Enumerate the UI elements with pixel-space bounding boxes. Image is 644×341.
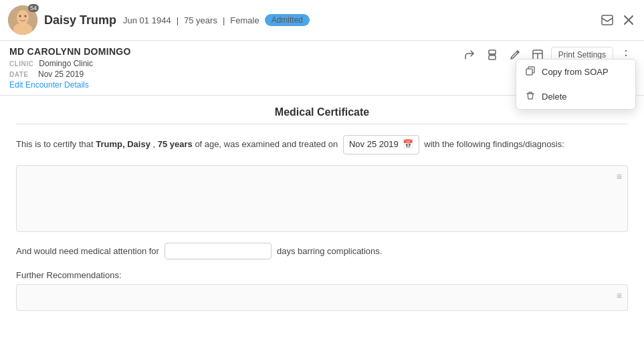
attention-prefix: And would need medical attention for xyxy=(16,246,159,256)
separator-2: | xyxy=(223,15,225,25)
certify-text: This is to certify that xyxy=(16,139,94,149)
certify-mid: of age, was examined and treated on xyxy=(195,139,340,149)
dropdown-menu: Copy from SOAP Delete xyxy=(516,59,636,110)
cert-date-input-group: Nov 25 2019 📅 xyxy=(343,135,419,154)
cert-intro: This is to certify that Trump, Daisy , 7… xyxy=(16,135,628,154)
copy-from-soap-label: Copy from SOAP xyxy=(542,67,609,77)
svg-rect-10 xyxy=(526,69,532,75)
encounter-date: Nov 25 2019 xyxy=(38,70,84,79)
avatar-container: 54 xyxy=(8,5,37,35)
copy-from-soap-item[interactable]: Copy from SOAP xyxy=(516,60,635,84)
delete-item[interactable]: Delete xyxy=(516,84,635,109)
close-button[interactable] xyxy=(621,13,636,27)
main-content: Medical Certificate This is to certify t… xyxy=(0,96,644,322)
svg-rect-6 xyxy=(489,50,496,54)
modal-container: 54 Daisy Trump Jun 01 1944 | 75 years | … xyxy=(0,0,644,341)
svg-rect-5 xyxy=(602,15,613,25)
date-label: DATE xyxy=(9,71,33,78)
inbox-button[interactable] xyxy=(599,12,616,28)
patient-age-cert: 75 years xyxy=(158,139,193,149)
patient-id-badge: 54 xyxy=(28,4,39,12)
svg-point-3 xyxy=(19,15,21,17)
trash-icon xyxy=(526,91,535,102)
share-button[interactable] xyxy=(460,47,479,63)
header-actions xyxy=(599,12,636,28)
patient-name: Daisy Trump xyxy=(44,13,116,27)
clinic-row: CLINIC Domingo Clinic xyxy=(9,59,131,68)
patient-age: 75 years xyxy=(184,15,217,25)
patient-name-cert: Trump, Daisy xyxy=(96,139,152,149)
patient-header: 54 Daisy Trump Jun 01 1944 | 75 years | … xyxy=(0,0,644,41)
certify-end: with the following findings/diagnosis: xyxy=(424,139,564,149)
attention-days-input[interactable] xyxy=(165,243,272,259)
attention-suffix: days barring complications. xyxy=(277,246,383,256)
delete-label: Delete xyxy=(542,92,567,102)
patient-dob: Jun 01 1944 xyxy=(123,15,171,25)
svg-point-8 xyxy=(494,54,496,55)
doctor-name: MD CAROLYNN DOMINGO xyxy=(9,46,131,57)
findings-box[interactable]: ≡ xyxy=(16,165,628,232)
copy-icon xyxy=(526,66,535,78)
svg-point-1 xyxy=(17,10,29,25)
date-row: DATE Nov 25 2019 xyxy=(9,70,131,79)
clinic-label: CLINIC xyxy=(9,60,33,68)
further-rec-label: Further Recommendations: xyxy=(16,270,628,280)
separator-1: | xyxy=(177,15,179,25)
patient-gender: Female xyxy=(230,15,259,25)
header-info: Daisy Trump Jun 01 1944 | 75 years | Fem… xyxy=(44,13,592,27)
further-rec-box[interactable]: ≡ xyxy=(16,284,628,311)
attention-row: And would need medical attention for day… xyxy=(16,243,628,259)
edit-encounter-link[interactable]: Edit Encounter Details xyxy=(9,80,89,90)
clinic-value: Domingo Clinic xyxy=(39,59,93,68)
list-icon: ≡ xyxy=(617,171,622,182)
svg-rect-7 xyxy=(489,55,496,60)
print-button[interactable] xyxy=(483,47,502,63)
svg-point-4 xyxy=(25,15,27,17)
admitted-badge: Admitted xyxy=(265,14,310,26)
header-meta: Jun 01 1944 | 75 years | Female Admitted xyxy=(123,14,310,26)
cert-date-value: Nov 25 2019 xyxy=(349,138,399,152)
further-list-icon: ≡ xyxy=(617,290,622,301)
calendar-icon[interactable]: 📅 xyxy=(403,138,413,152)
